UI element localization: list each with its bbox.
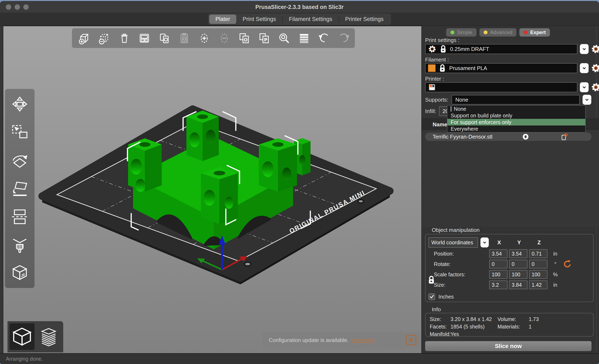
viewport-3d[interactable]: ORIGINAL PRUSA MINI xyxy=(3,26,422,355)
size-x-field[interactable]: 3.2 xyxy=(489,280,508,289)
mode-advanced-label: Advanced xyxy=(490,29,512,35)
option-label: For support enforcers only xyxy=(451,119,511,126)
move-icon[interactable] xyxy=(11,95,29,113)
tab-plater[interactable]: Plater xyxy=(209,15,237,24)
coordinates-combo[interactable]: World coordinates xyxy=(428,237,478,248)
info-manifold-label: Manifold: xyxy=(430,331,450,339)
sliced-preview-icon[interactable] xyxy=(36,323,61,350)
scale-x-field[interactable]: 100 xyxy=(489,270,508,279)
model-tower-front xyxy=(201,167,238,224)
slice-now-button[interactable]: Slice now xyxy=(425,341,591,351)
info-materials-value: 1 xyxy=(529,324,593,331)
eye-icon[interactable] xyxy=(521,134,530,140)
scale-y-field[interactable]: 100 xyxy=(509,270,528,279)
print-settings-value: 0.25mm DRAFT xyxy=(450,46,489,52)
position-x-field[interactable]: 3.54 xyxy=(489,249,508,258)
notification-toast: Configuration update is available. See m… xyxy=(263,332,421,348)
add-instance-icon[interactable] xyxy=(198,32,211,45)
cut-icon[interactable] xyxy=(11,208,29,225)
printer-combo-row xyxy=(425,82,599,92)
split-to-parts-icon[interactable]: P xyxy=(257,32,271,45)
inches-label: Inches xyxy=(439,294,454,300)
tab-filament-settings[interactable]: Filament Settings xyxy=(283,15,339,24)
rotate-z-field[interactable]: 0 xyxy=(529,260,547,268)
redo-icon[interactable] xyxy=(337,32,351,45)
delete-icon[interactable] xyxy=(98,32,111,45)
filament-gear-icon[interactable] xyxy=(591,63,599,73)
printable-toggle-icon[interactable] xyxy=(560,133,569,141)
sidebar: Simple Advanced Expert Print settings : xyxy=(422,26,599,353)
paste-icon[interactable] xyxy=(178,32,191,45)
info-size-value: 3.20 x 3.84 x 1.42 xyxy=(450,316,497,324)
supports-option-everywhere[interactable]: Everywhere xyxy=(447,126,585,132)
3d-editor-view-icon[interactable] xyxy=(9,323,35,350)
left-toolbar xyxy=(5,89,35,288)
position-z-field[interactable]: 0.71 xyxy=(529,249,547,258)
remove-instance-icon[interactable] xyxy=(218,32,231,45)
object-list-item[interactable]: Terrific Fyyran-Densor.stl xyxy=(425,133,591,141)
axis-x-header: X xyxy=(489,239,509,246)
filament-combo-row: Prusament PLA xyxy=(425,63,599,73)
filament-color-swatch xyxy=(428,64,436,72)
uniform-scale-lock-icon[interactable] xyxy=(428,275,435,285)
mode-advanced-button[interactable]: Advanced xyxy=(479,28,517,37)
inches-checkbox[interactable] xyxy=(428,293,435,300)
coordinates-dropdown-button[interactable] xyxy=(480,237,489,247)
tab-print-settings[interactable]: Print Settings xyxy=(236,15,282,24)
mode-expert-button[interactable]: Expert xyxy=(519,28,550,37)
info-volume-label: Volume: xyxy=(497,316,529,324)
print-settings-dropdown-button[interactable] xyxy=(580,44,589,54)
print-settings-combo[interactable]: 0.25mm DRAFT xyxy=(425,44,577,54)
tab-printer-settings[interactable]: Printer Settings xyxy=(339,15,390,24)
undo-icon[interactable] xyxy=(317,32,331,45)
coordinates-combo-row: World coordinates xyxy=(428,237,489,248)
lock-icon xyxy=(439,64,446,73)
scale-z-field[interactable]: 100 xyxy=(529,270,547,279)
print-settings-gear-icon[interactable] xyxy=(591,44,599,54)
titlebar: PrusaSlicer-2.3.3 based on Slic3r xyxy=(0,1,599,13)
size-z-field[interactable]: 1.42 xyxy=(529,280,547,289)
top-toolbar: O P xyxy=(72,28,355,48)
printer-gear-icon[interactable] xyxy=(591,83,599,92)
printer-dropdown-button[interactable] xyxy=(580,82,589,92)
rotate-x-field[interactable]: 0 xyxy=(489,260,508,268)
supports-label: Supports: xyxy=(425,97,448,103)
svg-text:P: P xyxy=(264,37,267,42)
inches-row: Inches xyxy=(428,293,590,300)
position-y-field[interactable]: 3.54 xyxy=(509,249,528,258)
notification-close-icon[interactable]: ✕ xyxy=(406,335,416,345)
mode-simple-button[interactable]: Simple xyxy=(446,28,476,37)
supports-option-none[interactable]: None xyxy=(447,106,585,112)
supports-combo[interactable]: None xyxy=(451,95,580,104)
object-list: Terrific Fyyran-Densor.stl xyxy=(422,130,599,227)
arrange-icon[interactable] xyxy=(138,32,151,45)
delete-all-icon[interactable] xyxy=(118,32,131,45)
search-icon[interactable] xyxy=(277,32,291,45)
object-manipulation-panel: World coordinates X Y Z Position: 3.54 3… xyxy=(425,234,594,302)
place-on-face-icon[interactable] xyxy=(11,179,29,197)
split-to-objects-icon[interactable]: O xyxy=(238,32,251,45)
size-y-field[interactable]: 3.84 xyxy=(509,280,528,289)
manipulation-title: Object manipulation xyxy=(432,227,480,233)
reset-rotation-icon[interactable] xyxy=(563,260,571,268)
info-panel: Size: 3.20 x 3.84 x 1.42 Volume: 1.73 Fa… xyxy=(425,313,594,337)
copy-icon[interactable] xyxy=(158,32,171,45)
supports-option-enforcers-only[interactable]: For support enforcers only xyxy=(447,119,585,126)
variable-layer-height-icon[interactable] xyxy=(297,32,311,45)
scale-icon[interactable] xyxy=(11,123,29,141)
supports-option-build-plate-only[interactable]: Support on build plate only xyxy=(447,112,585,119)
seam-painting-icon[interactable] xyxy=(11,264,29,282)
supports-dropdown-button[interactable] xyxy=(582,95,591,105)
infill-label: Infill: xyxy=(425,108,436,114)
position-label: Position: xyxy=(428,251,489,257)
rotate-icon[interactable] xyxy=(11,152,29,169)
filament-dropdown-button[interactable] xyxy=(580,63,589,73)
rotate-y-field[interactable]: 0 xyxy=(509,260,528,268)
add-icon[interactable] xyxy=(78,32,91,45)
filament-combo[interactable]: Prusament PLA xyxy=(425,63,577,73)
printer-combo[interactable] xyxy=(425,82,577,92)
paint-on-supports-icon[interactable] xyxy=(11,236,29,254)
option-label: Everywhere xyxy=(451,126,478,132)
notification-see-more-link[interactable]: See more. xyxy=(351,337,376,343)
print-settings-combo-row: 0.25mm DRAFT xyxy=(425,44,599,54)
